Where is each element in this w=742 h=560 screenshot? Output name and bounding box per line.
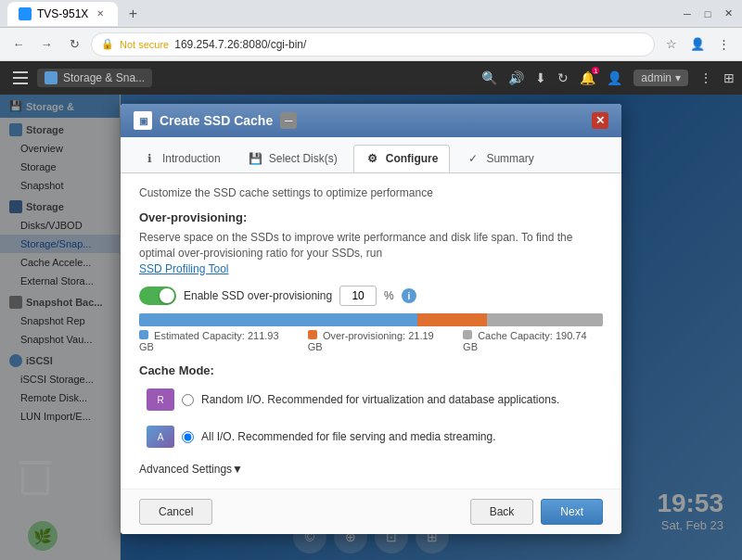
toolbar-right: 🔍 🔊 ⬇ ↻ 🔔 1 👤 admin ▾ ⋮ ⊞ [481,70,735,86]
window-controls: ─ □ ✕ [681,7,735,20]
toggle-knob [160,288,174,303]
over-provisioning-section: Over-provisioning: Reserve space on the … [139,210,603,352]
wizard-tabs: ℹ Introduction 💾 Select Disk(s) ⚙ Config… [121,137,621,173]
hamburger-button[interactable] [7,65,33,91]
forward-button[interactable]: → [35,33,58,56]
back-button[interactable]: Back [470,499,534,525]
notification-icon[interactable]: 🔔 1 [580,70,595,85]
cap-used [139,313,417,326]
app-toolbar: Storage & Sna... 🔍 🔊 ⬇ ↻ 🔔 1 👤 admin ▾ ⋮… [0,61,742,95]
ssd-profiling-tool-link[interactable]: SSD Profiling Tool [139,262,229,275]
estimated-cap-label: Estimated Capacity: 211.93 GB [139,330,295,352]
radio-all-label: All I/O. Recommended for file serving an… [201,430,495,443]
tab-configure[interactable]: ⚙ Configure [353,145,451,172]
dialog-body: Customize the SSD cache settings to opti… [121,173,621,489]
new-tab-button[interactable]: + [122,3,144,25]
dialog-footer: Cancel Back Next [121,489,621,534]
address-text: 169.254.7.26:8080/cgi-bin/ [174,38,306,51]
cache-mode-title: Cache Mode: [139,363,603,377]
info-icon[interactable]: i [402,288,416,303]
cache-cap-label: Cache Capacity: 190.74 GB [463,330,603,352]
tab-intro-icon: ℹ [142,151,157,166]
next-button[interactable]: Next [541,499,603,525]
address-bar[interactable]: 🔒 Not secure 169.254.7.26:8080/cgi-bin/ [91,32,655,57]
notification-badge: 1 [592,67,599,74]
radio-all-io[interactable] [182,431,194,443]
cap-cache [487,313,603,326]
over-provisioning-title: Over-provisioning: [139,210,603,224]
tab-intro-label: Introduction [162,152,221,165]
random-io-icon: R [147,388,174,411]
app-name-label: Storage & Sna... [63,71,145,84]
bookmark-button[interactable]: ☆ [660,33,683,56]
restore-button[interactable]: □ [701,7,714,20]
menu-dots-icon[interactable]: ⋮ [699,70,712,85]
ssd-icon: ▣ [139,116,147,126]
tab-favicon [19,7,32,20]
advanced-settings-toggle[interactable]: Advanced Settings▼ [139,463,603,476]
security-icon: 🔒 [101,38,114,50]
storage-icon [45,71,58,84]
search-icon[interactable]: 🔍 [481,70,497,85]
radio-row-random: R Random I/O. Recommended for virtualiza… [139,383,603,416]
ssd-over-provisioning-toggle[interactable] [139,286,176,305]
tab-introduction[interactable]: ℹ Introduction [130,145,233,172]
tab-select-disks[interactable]: 💾 Select Disk(s) [237,145,350,172]
reload-button[interactable]: ↻ [63,33,85,56]
volume-icon[interactable]: 🔊 [508,70,524,85]
legend-dot-gray [463,330,472,339]
capacity-bar [139,313,603,326]
tab-disk-label: Select Disk(s) [269,152,338,165]
toggle-row: Enable SSD over-provisioning % i [139,286,603,306]
grid-icon[interactable]: ⊞ [723,70,735,85]
legend-dot-orange [308,330,317,339]
admin-chevron-icon: ▾ [675,71,681,84]
profile-button[interactable]: 👤 [686,33,709,56]
browser-tab[interactable]: TVS-951X ✕ [7,2,118,26]
sync-icon[interactable]: ↻ [557,70,569,85]
tab-summary-icon: ✓ [466,151,480,166]
toggle-label: Enable SSD over-provisioning [184,289,332,302]
tab-summary-label: Summary [486,152,533,165]
admin-button[interactable]: admin ▾ [633,70,688,86]
capacity-legend: Estimated Capacity: 211.93 GB Over-provi… [139,330,603,352]
close-button[interactable]: ✕ [722,7,735,20]
over-provisioning-desc: Reserve space on the SSDs to improve wri… [139,230,603,276]
dialog-overlay: ▣ Create SSD Cache ─ ✕ ℹ Introduction 💾 … [0,95,742,560]
dialog-title: Create SSD Cache [160,113,273,128]
customize-desc: Customize the SSD cache settings to opti… [139,186,603,199]
tab-configure-icon: ⚙ [365,151,380,166]
back-button[interactable]: ← [7,33,30,56]
cache-mode-section: Cache Mode: R Random I/O. Recommended fo… [139,363,603,453]
over-provisioning-input[interactable] [339,286,377,306]
download-icon[interactable]: ⬇ [535,70,546,85]
app-name-badge: Storage & Sna... [37,69,152,87]
nav-buttons: Back Next [470,499,603,525]
dialog-close-button[interactable]: ✕ [592,112,608,129]
tab-disk-icon: 💾 [249,151,263,166]
tab-title: TVS-951X [37,7,88,20]
nav-right-controls: ☆ 👤 ⋮ [660,33,735,56]
security-label: Not secure [120,39,169,50]
browser-title-bar: TVS-951X ✕ + ─ □ ✕ [0,0,742,28]
advanced-settings-label: Advanced Settings▼ [139,463,243,476]
browser-nav: ← → ↻ 🔒 Not secure 169.254.7.26:8080/cgi… [0,28,742,61]
tab-summary[interactable]: ✓ Summary [454,145,545,172]
minimize-button[interactable]: ─ [681,7,694,20]
user-icon[interactable]: 👤 [607,70,622,85]
main-area: 💾 Storage & Storage Overview Storage Sna… [0,95,742,560]
more-button[interactable]: ⋮ [712,33,735,56]
tab-configure-label: Configure [386,152,439,165]
admin-label: admin [641,71,672,84]
percent-label: % [384,289,394,302]
legend-dot-blue [139,330,148,339]
cancel-button[interactable]: Cancel [139,499,212,525]
dialog-minimize-button[interactable]: ─ [280,112,297,129]
radio-random-io[interactable] [182,394,194,406]
capacity-bar-container: Estimated Capacity: 211.93 GB Over-provi… [139,313,603,352]
create-ssd-cache-dialog: ▣ Create SSD Cache ─ ✕ ℹ Introduction 💾 … [121,104,621,534]
all-io-icon: A [147,426,174,448]
over-prov-label: Over-provisioning: 21.19 GB [308,330,450,352]
dialog-header-icon: ▣ [134,111,152,130]
tab-close-button[interactable]: ✕ [94,7,107,20]
